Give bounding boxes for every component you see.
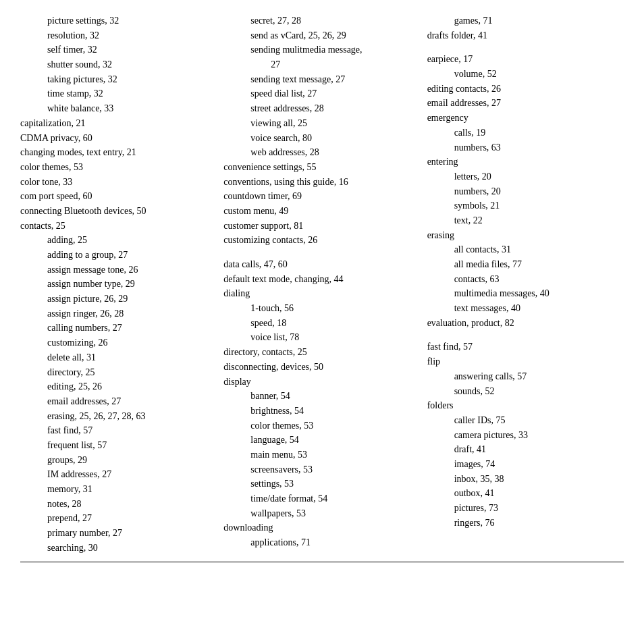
index-main-entry: editing contacts, 26	[427, 82, 617, 97]
index-sub-entry: voice search, 80	[250, 131, 413, 146]
index-main-entry: connecting Bluetooth devices, 50	[20, 204, 210, 219]
index-sub-entry: picture settings, 32	[47, 14, 210, 28]
index-sub-entry: applications, 71	[250, 535, 413, 550]
index-sub-entry: time/date format, 54	[250, 491, 413, 506]
index-sub-entry: contacts, 63	[454, 272, 617, 287]
index-main-entry: earpiece, 17	[427, 52, 617, 67]
index-sub-entry: resolution, 32	[47, 28, 210, 43]
index-main-entry: fast find, 57	[427, 340, 617, 354]
index-sub-entry: outbox, 41	[454, 486, 617, 501]
index-sub-entry: frequent list, 57	[47, 438, 210, 453]
index-main-entry: drafts folder, 41	[427, 28, 617, 43]
index-sub-entry: sounds, 52	[454, 384, 617, 399]
index-sub-entry: taking pictures, 32	[47, 72, 210, 87]
index-sub-entry: sending text message, 27	[250, 72, 413, 87]
index-sub-entry: shutter sound, 32	[47, 57, 210, 72]
index-main-entry: directory, contacts, 25	[223, 345, 413, 360]
index-sub-entry: 1-touch, 56	[250, 301, 413, 316]
index-main-entry: convenience settings, 55	[223, 160, 413, 175]
index-sub-entry: searching, 30	[47, 541, 210, 556]
index-sub-entry: screensavers, 53	[250, 462, 413, 477]
spacer	[223, 248, 413, 257]
index-sub-entry: speed, 18	[250, 316, 413, 331]
index-main-entry: countdown timer, 69	[223, 189, 413, 204]
index-sub-entry: games, 71	[454, 14, 617, 28]
index-main-entry: flip	[427, 354, 617, 369]
index-sub-entry: IM addresses, 27	[47, 467, 210, 482]
index-sub-entry: voice list, 78	[250, 330, 413, 345]
index-sub-entry: adding, 25	[47, 233, 210, 248]
index-sub-entry: speed dial list, 27	[250, 86, 413, 101]
index-sub-entry: all media files, 77	[454, 257, 617, 272]
index-sub-entry: text, 22	[454, 213, 617, 228]
index-sub-entry: erasing, 25, 26, 27, 28, 63	[47, 409, 210, 424]
index-main-entry: default text mode, changing, 44	[223, 272, 413, 287]
index-main-entry: display	[223, 375, 413, 390]
index-sub-entry: viewing all, 25	[250, 116, 413, 131]
index-sub-entry: assign message tone, 26	[47, 263, 210, 277]
index-sub-entry: memory, 31	[47, 482, 210, 497]
index-sub-entry: assign picture, 26, 29	[47, 292, 210, 306]
index-sub-entry: primary number, 27	[47, 526, 210, 541]
index-main-entry: CDMA privacy, 60	[20, 131, 210, 146]
index-columns: picture settings, 32resolution, 32self t…	[20, 14, 624, 555]
index-sub-entry: text messages, 40	[454, 301, 617, 316]
index-sub-entry: numbers, 20	[454, 184, 617, 199]
spacer	[427, 330, 617, 340]
index-sub-entry: customizing, 26	[47, 336, 210, 350]
index-sub-entry: color themes, 53	[250, 419, 413, 433]
index-sub-entry: editing, 25, 26	[47, 379, 210, 394]
index-sub-sub-entry: 27	[271, 57, 413, 72]
index-main-entry: data calls, 47, 60	[223, 257, 413, 272]
index-sub-entry: symbols, 21	[454, 198, 617, 213]
index-main-entry: dialing	[223, 286, 413, 301]
index-sub-entry: notes, 28	[47, 497, 210, 512]
index-main-entry: disconnecting, devices, 50	[223, 360, 413, 375]
index-sub-entry: send as vCard, 25, 26, 29	[250, 28, 413, 43]
index-sub-entry: web addresses, 28	[250, 145, 413, 160]
index-sub-entry: volume, 52	[454, 67, 617, 82]
index-sub-entry: email addresses, 27	[47, 394, 210, 409]
page-divider	[20, 562, 624, 562]
index-main-entry: evaluation, product, 82	[427, 316, 617, 331]
index-sub-entry: brightness, 54	[250, 404, 413, 419]
spacer	[427, 43, 617, 52]
index-sub-entry: secret, 27, 28	[250, 14, 413, 28]
index-sub-entry: all contacts, 31	[454, 242, 617, 257]
index-sub-entry: adding to a group, 27	[47, 248, 210, 263]
index-sub-entry: main menu, 53	[250, 448, 413, 462]
index-sub-entry: ringers, 76	[454, 516, 617, 531]
index-sub-entry: self timer, 32	[47, 43, 210, 57]
index-sub-entry: numbers, 63	[454, 140, 617, 155]
index-col-col3: games, 71drafts folder, 41earpiece, 17vo…	[421, 14, 624, 555]
index-sub-entry: directory, 25	[47, 365, 210, 380]
index-sub-entry: fast find, 57	[47, 423, 210, 438]
index-main-entry: com port speed, 60	[20, 189, 210, 204]
index-sub-entry: calling numbers, 27	[47, 321, 210, 336]
index-col-col2: secret, 27, 28send as vCard, 25, 26, 29s…	[217, 14, 420, 555]
index-sub-entry: camera pictures, 33	[454, 428, 617, 443]
index-sub-entry: images, 74	[454, 457, 617, 472]
index-sub-entry: time stamp, 32	[47, 86, 210, 101]
index-main-entry: folders	[427, 398, 617, 413]
index-sub-entry: prepend, 27	[47, 511, 210, 526]
index-main-entry: downloading	[223, 520, 413, 535]
index-main-entry: customizing contacts, 26	[223, 233, 413, 248]
index-main-entry: capitalization, 21	[20, 116, 210, 131]
index-sub-entry: inbox, 35, 38	[454, 472, 617, 487]
index-sub-entry: caller IDs, 75	[454, 413, 617, 428]
index-main-entry: custom menu, 49	[223, 204, 413, 219]
index-main-entry: contacts, 25	[20, 219, 210, 234]
index-sub-entry: answering calls, 57	[454, 369, 617, 384]
index-sub-entry: white balance, 33	[47, 101, 210, 116]
index-sub-entry: settings, 53	[250, 477, 413, 491]
index-sub-entry: assign number type, 29	[47, 277, 210, 292]
index-sub-entry: wallpapers, 53	[250, 506, 413, 521]
index-sub-entry: draft, 41	[454, 442, 617, 457]
index-main-entry: color themes, 53	[20, 160, 210, 175]
index-main-entry: erasing	[427, 228, 617, 243]
index-sub-entry: sending mulitmedia message,	[250, 43, 413, 57]
index-col-col1: picture settings, 32resolution, 32self t…	[20, 14, 217, 555]
index-main-entry: conventions, using this guide, 16	[223, 175, 413, 190]
index-main-entry: changing modes, text entry, 21	[20, 145, 210, 160]
